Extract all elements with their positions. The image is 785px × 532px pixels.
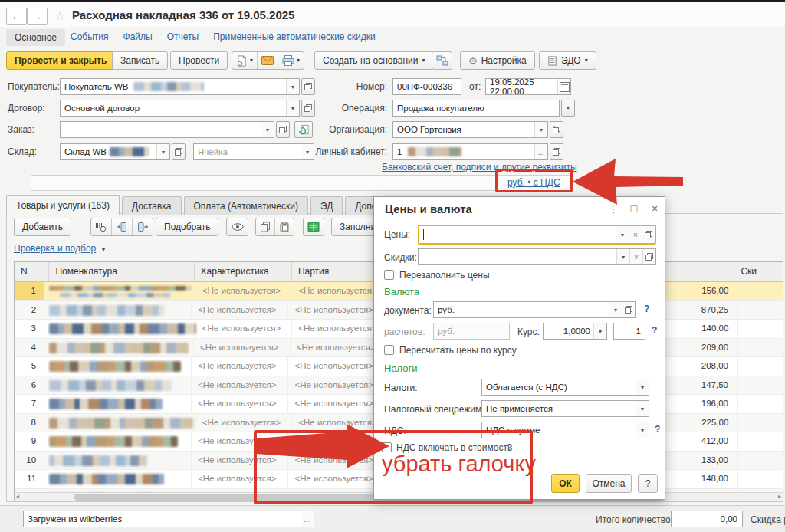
vat-field[interactable]: НДС в сумме ▾ — [481, 422, 649, 438]
col-header-discount[interactable]: Ски — [734, 262, 783, 281]
rate-field[interactable]: 1,0000 ▾ — [543, 323, 607, 340]
dialog-menu-button[interactable]: ⋮ — [606, 202, 620, 215]
cancel-button[interactable]: Отмена — [586, 474, 632, 493]
favorite-star-icon[interactable]: ☆ — [54, 9, 64, 23]
refill-prices-checkbox[interactable] — [384, 270, 394, 280]
organization-field[interactable]: ООО Гортензия ▾ — [392, 121, 548, 138]
date-field[interactable]: 19.05.2025 22:00:00 — [485, 78, 571, 95]
nomenclature-cell-censored[interactable] — [44, 452, 192, 470]
row-number[interactable]: 3 — [15, 320, 44, 338]
forward-button[interactable]: → — [27, 8, 48, 25]
discounts-field[interactable]: ▾ × — [418, 248, 656, 265]
nomenclature-cell-censored[interactable] — [44, 301, 192, 320]
row-number[interactable]: 7 — [15, 395, 44, 413]
paste-button[interactable] — [275, 218, 294, 235]
discounts-clear-button[interactable]: × — [629, 249, 642, 264]
dialog-close-button[interactable]: × — [648, 202, 662, 215]
fill-table-button[interactable] — [303, 218, 324, 236]
discount-cell[interactable] — [738, 414, 783, 432]
cabinet-open-button[interactable] — [550, 143, 563, 160]
discount-cell[interactable] — [738, 339, 783, 357]
ok-button[interactable]: ОК — [551, 474, 580, 493]
tax-regime-field[interactable]: Не применяется ▾ — [481, 400, 649, 417]
tax-regime-dropdown-button[interactable]: ▾ — [636, 401, 649, 416]
doc-currency-open-button[interactable] — [622, 302, 635, 317]
discount-cell[interactable] — [738, 395, 783, 413]
bank-details-link[interactable]: Банковский счет, подписи и другие реквиз… — [382, 162, 577, 172]
discount-cell[interactable] — [738, 470, 783, 488]
nav-link-3[interactable]: Примененные автоматические скидки — [213, 31, 376, 42]
doc-currency-field[interactable]: руб. ▾ — [433, 301, 636, 318]
row-number[interactable]: 5 — [15, 357, 44, 376]
characteristic-cell[interactable]: <Не используется> — [192, 470, 288, 488]
discounts-dropdown-button[interactable]: ▾ — [616, 249, 629, 264]
scroll-left-arrow[interactable]: ◂ — [16, 493, 19, 500]
save-button[interactable]: Записать — [112, 51, 168, 70]
nav-link-1[interactable]: Файлы — [123, 31, 153, 42]
characteristic-cell[interactable]: <Не используется> — [192, 395, 288, 413]
tab-0[interactable]: Товары и услуги (163) — [6, 195, 120, 215]
nav-link-2[interactable]: Отчеты — [167, 31, 199, 42]
characteristic-cell[interactable]: <Не используется> — [192, 301, 288, 320]
col-header-nomenclature[interactable]: Номенклатура — [49, 262, 194, 281]
scroll-right-arrow[interactable]: ▸ — [778, 493, 781, 500]
batch-cell[interactable]: <Не используется> — [288, 357, 386, 376]
edo-button[interactable]: ЭДО ▾ — [539, 51, 596, 70]
create-based-on-button[interactable]: Создать на основании ▾ — [314, 51, 434, 70]
tab-2[interactable]: Оплата (Автоматически) — [184, 196, 309, 215]
batch-cell[interactable]: <Не используется> — [288, 376, 386, 395]
row-number[interactable]: 9 — [15, 432, 44, 451]
post-and-close-button[interactable]: Провести и закрыть — [6, 51, 115, 70]
currency-settings-link[interactable]: руб. • с НДС — [507, 177, 560, 188]
col-header-characteristic[interactable]: Характеристика — [195, 262, 292, 281]
col-header-n[interactable]: N — [15, 262, 49, 281]
tab-1[interactable]: Доставка — [122, 196, 182, 215]
warehouse-open-button[interactable] — [172, 143, 186, 160]
back-button[interactable]: ← — [6, 8, 27, 25]
rate-help[interactable]: ? — [652, 325, 657, 336]
discounts-open-button[interactable] — [642, 249, 655, 264]
discount-cell[interactable] — [738, 376, 783, 395]
comment-select-button[interactable]: … — [301, 511, 314, 527]
cabinet-field[interactable]: 1 … — [392, 143, 548, 160]
row-number[interactable]: 11 — [15, 470, 44, 488]
order-dropdown-button[interactable]: ▾ — [261, 122, 274, 137]
vat-help[interactable]: ? — [655, 424, 660, 435]
doc-currency-dropdown-button[interactable]: ▾ — [609, 302, 622, 317]
characteristic-cell[interactable]: <Не используется> — [196, 320, 292, 338]
pick-items-button[interactable]: Подобрать — [156, 218, 218, 236]
row-number[interactable]: 1 — [15, 282, 44, 300]
nomenclature-cell-censored[interactable] — [44, 357, 192, 376]
prices-field[interactable]: ▾ × — [418, 225, 656, 245]
order-open-button[interactable] — [276, 121, 290, 138]
warehouse-field[interactable]: Склад WB ▾ — [60, 143, 170, 160]
characteristic-cell[interactable]: <Не используется> — [192, 357, 288, 376]
dialog-help-button[interactable]: ? — [638, 474, 658, 493]
comment-field[interactable]: Загружен из wildberries … — [23, 511, 314, 527]
print-button[interactable]: ▾ — [278, 52, 304, 69]
nomenclature-cell-censored[interactable] — [44, 339, 194, 357]
operation-field[interactable]: Продажа покупателю — [392, 100, 560, 117]
order-field[interactable]: ▾ — [60, 121, 274, 138]
characteristic-cell[interactable]: <Не используется> — [196, 414, 292, 432]
row-number[interactable]: 6 — [15, 376, 44, 395]
doc-currency-help[interactable]: ? — [644, 304, 649, 314]
nomenclature-cell-censored[interactable] — [44, 282, 196, 300]
nomenclature-cell-censored[interactable] — [44, 395, 192, 413]
nomenclature-cell-censored[interactable] — [44, 414, 196, 432]
batch-cell[interactable]: <Не используется> — [288, 452, 386, 470]
row-number[interactable]: 10 — [15, 452, 44, 470]
barcode-search-button[interactable] — [91, 218, 112, 235]
nomenclature-cell-censored[interactable] — [44, 376, 192, 395]
terminal-unload-button[interactable] — [133, 218, 153, 235]
discount-cell[interactable] — [738, 357, 783, 376]
prices-open-button[interactable] — [642, 226, 655, 243]
rate-dropdown-button[interactable]: ▾ — [593, 323, 606, 339]
discount-cell[interactable] — [738, 301, 783, 320]
characteristic-cell[interactable]: <Не используется> — [194, 339, 291, 357]
nav-item-main[interactable]: Основное — [6, 29, 65, 46]
tab-3[interactable]: ЭД — [310, 196, 343, 215]
row-number[interactable]: 2 — [15, 301, 44, 320]
characteristic-cell[interactable]: <Не используется> — [192, 452, 288, 470]
dialog-maximize-button[interactable]: □ — [627, 202, 641, 215]
